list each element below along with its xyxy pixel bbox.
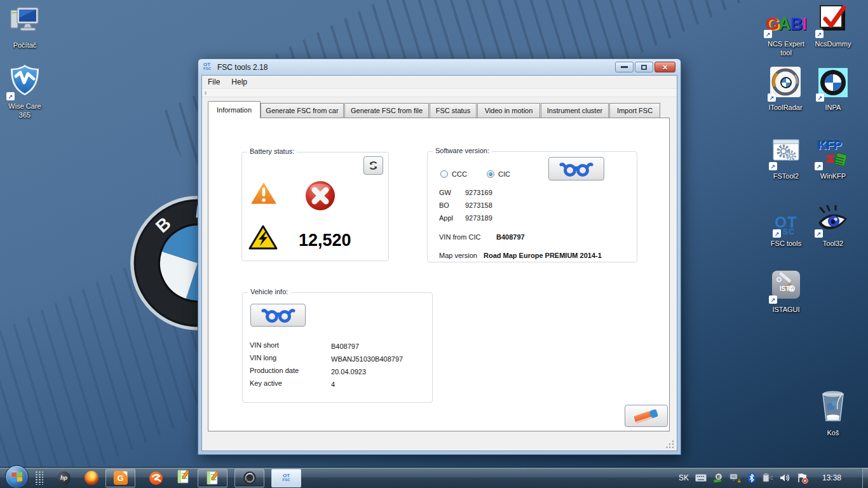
information-tab-panel: Battery status: [208, 118, 670, 431]
minimize-icon [621, 66, 628, 68]
ista-text: ISTA [780, 285, 794, 292]
desktop-icon-label: FSTool2 [761, 172, 811, 180]
desktop-icon-fstool2[interactable]: ↗ FSTool2 [761, 136, 811, 180]
desktop-icon-ncsdummy[interactable]: ↗ NcsDummy [808, 4, 858, 48]
close-button[interactable]: ✕ [654, 62, 675, 72]
desktop-icon-wise-care[interactable]: ↗ Wise Care 365 [0, 66, 50, 119]
map-version-label: Map version [439, 252, 477, 259]
bluetooth-icon[interactable] [747, 473, 756, 483]
desktop-icon-tool32[interactable]: ↗ Tool32 [808, 203, 858, 248]
app-logo-icon: OT FSC [203, 62, 214, 72]
taskbar-button-fsc-tools[interactable]: OT FSC [271, 469, 301, 487]
safely-remove-icon[interactable] [763, 473, 773, 483]
gw-label: GW [439, 189, 451, 196]
window-title: FSC tools 2.18 [217, 63, 615, 72]
desktop-icon-fsc-tools[interactable]: OT FSC ↗ FSC tools [761, 203, 811, 248]
battery-status-group: Battery status: [241, 152, 389, 261]
hp-icon: hp [57, 471, 71, 485]
taskbar-button-firefox[interactable] [85, 471, 98, 485]
notepad-icon [177, 469, 191, 484]
desktop-icon-label: NCS Expert [768, 40, 804, 48]
gw-value: 9273169 [465, 188, 492, 197]
minimize-button[interactable] [615, 62, 634, 72]
tab-instrument-cluster[interactable]: Instrument cluster [541, 103, 609, 118]
desktop: B M Počítač [0, 0, 868, 488]
taskbar-button-viewer[interactable] [234, 469, 264, 487]
read-software-button[interactable] [548, 157, 604, 180]
network-warning-icon[interactable] [729, 473, 741, 483]
vehicle-info-label: Vehicle info: [248, 288, 290, 295]
window-body: File Help Information Generate FSC from … [201, 75, 677, 451]
taskbar-button-gom[interactable]: G [105, 469, 135, 487]
binoculars-icon [260, 307, 297, 323]
read-vehicle-button[interactable] [250, 304, 306, 327]
desktop-icon-ncs-expert[interactable]: GABI ↗ NCS Expert tool [761, 4, 811, 57]
desktop-icon-label: ISTAGUI [761, 305, 811, 314]
appl-label: Appl [439, 214, 453, 222]
key-active-value: 4 [331, 380, 335, 389]
tab-fsc-status[interactable]: FSC status [430, 103, 477, 118]
desktop-icon-label: Koš [808, 428, 858, 437]
keyboard-layout-icon[interactable] [695, 474, 707, 482]
tab-generate-fsc-from-file[interactable]: Generate FSC from file [344, 103, 429, 118]
refresh-icon [368, 160, 379, 171]
shortcut-arrow-icon: ↗ [6, 92, 15, 100]
appl-value: 9273189 [465, 214, 492, 222]
radio-cic-label[interactable]: CIC [498, 170, 510, 178]
taskbar-button-hp[interactable]: hp [57, 471, 71, 485]
vin-from-cic-label: VIN from CIC [439, 233, 480, 241]
desktop-icon-istagui[interactable]: ISTA ↗ ISTAGUI [761, 269, 811, 314]
fsc-tools-taskbar-icon: OT FSC [283, 473, 290, 482]
desktop-icon-recycle-bin[interactable]: Koš [808, 393, 858, 437]
etoken-icon[interactable]: E [713, 473, 723, 483]
action-center-flag-icon[interactable] [797, 473, 808, 484]
clear-button[interactable] [625, 405, 668, 427]
desktop-icon-inpa[interactable]: ↗ INPA [808, 67, 858, 112]
menu-file[interactable]: File [202, 76, 226, 88]
desktop-icon-winkfp[interactable]: KFP ↗ WinKFP [808, 136, 858, 180]
radio-ccc-label[interactable]: CCC [452, 170, 467, 178]
desktop-icon-computer[interactable]: Počítač [0, 5, 50, 50]
tab-generate-fsc-from-car[interactable]: Generate FSC from car [261, 103, 344, 118]
key-active-label: Key active [250, 379, 282, 387]
high-voltage-icon [248, 224, 278, 251]
desktop-icon-label: Tool32 [808, 239, 858, 248]
menu-help[interactable]: Help [226, 76, 253, 88]
window-titlebar[interactable]: OT FSC FSC tools 2.18 ✕ [201, 59, 677, 75]
vin-short-value: B408797 [331, 342, 359, 351]
eraser-icon [632, 408, 660, 424]
taskbar-clock[interactable]: 13:38 [822, 473, 841, 482]
refresh-button[interactable] [363, 156, 383, 175]
battery-status-label: Battery status: [247, 147, 297, 155]
system-tray: SK E [679, 468, 841, 488]
resize-grip[interactable] [666, 440, 674, 449]
taskbar-toolbar-handle[interactable] [35, 471, 43, 485]
desktop-icon-itoolradar[interactable]: ↗ IToolRadar [761, 67, 810, 112]
bo-value: 9273158 [465, 201, 492, 210]
software-version-group: Software version: CCC CIC [427, 151, 637, 262]
toolstrip-grip [205, 92, 207, 95]
taskbar-button-notepad[interactable] [177, 469, 191, 487]
language-indicator[interactable]: SK [679, 473, 689, 482]
desktop-icon-label: IToolRadar [761, 103, 810, 112]
menubar: File Help [202, 76, 677, 89]
radio-ccc[interactable] [440, 170, 448, 178]
shortcut-arrow-icon: ↗ [815, 162, 823, 170]
production-date-value: 20.04.0923 [331, 367, 366, 376]
error-icon [304, 180, 336, 212]
tab-video-in-motion[interactable]: Video in motion [477, 103, 540, 118]
taskbar-button-notepad-2[interactable] [198, 469, 227, 487]
start-button[interactable] [5, 465, 29, 488]
toolstrip [202, 89, 677, 97]
swoosh-app-icon [149, 471, 163, 485]
shortcut-arrow-icon: ↗ [773, 229, 781, 238]
tab-information[interactable]: Information [208, 101, 261, 118]
shortcut-arrow-icon: ↗ [768, 93, 776, 102]
show-desktop-button[interactable] [862, 468, 868, 488]
vin-long-value: WBANJ51030B408797 [331, 355, 403, 363]
volume-icon[interactable] [780, 473, 790, 482]
maximize-button[interactable] [635, 62, 653, 72]
taskbar-button-orange-app[interactable] [149, 471, 163, 485]
tab-import-fsc[interactable]: Import FSC [609, 103, 660, 118]
radio-cic[interactable] [487, 170, 494, 178]
